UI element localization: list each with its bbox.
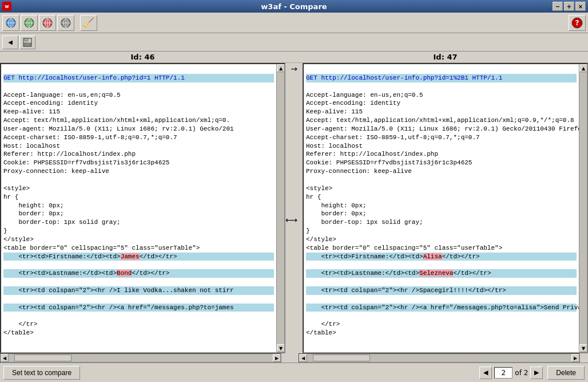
- arrow-left1: ←: [285, 215, 292, 225]
- nav-left-button[interactable]: ◀: [2, 36, 18, 49]
- page-number: 2: [494, 367, 512, 379]
- right-line-9: Cookie: PHPSESSID=rf7vdbsjist7is3j6r1c3p…: [306, 159, 472, 166]
- left-hscroll[interactable]: ◀ ▶: [0, 353, 281, 363]
- right-line-3: Keep-alive: 115: [306, 108, 363, 115]
- of-text: of 2: [515, 369, 528, 377]
- titlebar: w w3af - Compare − + ×: [0, 0, 588, 13]
- left-hscroll-track: [9, 354, 273, 362]
- globe1-button[interactable]: [2, 15, 19, 31]
- right-pane[interactable]: GET http://localhost/user-info.php?id=1%…: [303, 63, 588, 353]
- right-line-2: Accept-encoding: identity: [306, 100, 400, 107]
- svg-text:?: ?: [575, 19, 579, 27]
- delete-button[interactable]: Delete: [547, 366, 585, 380]
- app-icon: w: [2, 2, 11, 11]
- left-vscroll[interactable]: ▲ ▼: [276, 64, 284, 352]
- bottom-left: Set text to compare: [3, 366, 80, 380]
- left-line-19: <table border="0" cellspacing="5" class=…: [3, 245, 200, 251]
- globe2-icon: [23, 17, 35, 29]
- toolbar-left: 🧹: [2, 15, 97, 31]
- help-button[interactable]: ?: [569, 15, 586, 31]
- arrow-url: →: [285, 64, 303, 73]
- maximize-button[interactable]: +: [564, 2, 574, 11]
- svg-rect-19: [25, 38, 28, 41]
- left-line-22: <tr><td colspan="2"><hr />I like Vodka..…: [3, 286, 274, 295]
- right-hscroll-track: [307, 354, 571, 362]
- globe4-icon: [60, 17, 71, 29]
- right-hscroll-thumb: [313, 355, 370, 361]
- right-line-18: </style>: [306, 236, 336, 243]
- left-hscroll-left[interactable]: ◀: [1, 354, 9, 362]
- titlebar-title: w3af - Compare: [261, 2, 327, 11]
- right-vscroll-track: [579, 72, 587, 344]
- set-text-button[interactable]: Set text to compare: [3, 366, 80, 380]
- left-line-11: [3, 176, 7, 183]
- right-line-10: Proxy-connection: keep-alive: [306, 168, 412, 175]
- right-hscroll-left[interactable]: ◀: [299, 354, 307, 362]
- right-line-16: border-top: 1px solid gray;: [306, 219, 423, 226]
- globe2-button[interactable]: [21, 15, 38, 31]
- bottom-center: ◀ 2 of 2 ▶ Delete: [479, 366, 585, 380]
- left-line-3: Keep-alive: 115: [3, 108, 60, 115]
- left-content[interactable]: GET http://localhost/user-info.php?id=1 …: [1, 64, 276, 352]
- right-line-23: <tr><td colspan="2"><hr /><a href="/mess…: [306, 304, 577, 312]
- globe3-button[interactable]: [39, 15, 56, 31]
- right-line-17: }: [306, 227, 310, 234]
- close-button[interactable]: ×: [575, 2, 586, 11]
- broom-icon: 🧹: [83, 17, 94, 28]
- hscroll-row: ◀ ▶ ◀ ▶: [0, 353, 588, 363]
- right-content[interactable]: GET http://localhost/user-info.php?id=1%…: [304, 64, 579, 352]
- right-vscroll-down[interactable]: ▼: [579, 344, 587, 352]
- right-line-4: Accept: text/html,application/xhtml+xml,…: [306, 117, 574, 124]
- left-line-1: Accept-language: en-us,en;q=0.5: [3, 92, 121, 99]
- right-hscroll[interactable]: ◀ ▶: [299, 353, 580, 363]
- left-line-18: </style>: [3, 236, 34, 243]
- minimize-button[interactable]: −: [553, 2, 563, 11]
- left-line-20: <tr><td>Firstname:</td><td>James</td></t…: [3, 253, 274, 261]
- arrow-column: → → ←: [285, 63, 303, 353]
- left-line-16: border-top: 1px solid gray;: [3, 219, 121, 226]
- compare-headers: Id: 46 Id: 47: [0, 52, 588, 63]
- left-line-9: Cookie: PHPSESSID=rf7vdbsjist7is3j6r1c3p…: [3, 159, 169, 166]
- prev-page-button[interactable]: ◀: [479, 367, 492, 379]
- left-pane[interactable]: GET http://localhost/user-info.php?id=1 …: [0, 63, 285, 353]
- left-line-6: Accept-charset: ISO-8859-1,utf-8;q=0.7,*…: [3, 134, 177, 141]
- left-line-25: </table>: [3, 329, 34, 336]
- left-line-23: <tr><td colspan="2"><hr /><a href="/mess…: [3, 304, 274, 312]
- next-page-button[interactable]: ▶: [530, 367, 543, 379]
- right-line-7: Host: localhost: [306, 143, 363, 149]
- right-line-0: GET http://localhost/user-info.php?id=1%…: [306, 74, 577, 82]
- left-vscroll-down[interactable]: ▼: [277, 344, 285, 352]
- left-hscroll-right[interactable]: ▶: [273, 354, 281, 362]
- right-hscroll-right[interactable]: ▶: [571, 354, 579, 362]
- left-line-4: Accept: text/html,application/xhtml+xml,…: [3, 117, 230, 124]
- arrow-left-icon: ←: [285, 215, 292, 225]
- globe4-button[interactable]: [57, 15, 74, 31]
- left-header: Id: 46: [0, 53, 285, 61]
- right-vscroll[interactable]: ▲ ▼: [579, 64, 587, 352]
- left-line-17: }: [3, 227, 7, 234]
- help-icon: ?: [571, 17, 583, 29]
- right-vscroll-up[interactable]: ▲: [579, 64, 587, 72]
- left-line-24: </tr>: [3, 321, 37, 328]
- right-line-22: <tr><td colspan="2"><hr />Spacegirl!!!!<…: [306, 286, 577, 295]
- right-line-20: <tr><td>Firstname:</td><td>Alisa</td></t…: [306, 253, 577, 261]
- nav-toolbar: ◀: [0, 33, 588, 52]
- header-divider: [285, 53, 303, 61]
- clear-button[interactable]: 🧹: [80, 15, 97, 31]
- nav-left-icon: ◀: [8, 39, 13, 45]
- panes-container: GET http://localhost/user-info.php?id=1 …: [0, 63, 588, 353]
- right-header: Id: 47: [303, 53, 588, 61]
- right-line-8: Referer: http://localhost/index.php: [306, 151, 438, 157]
- left-line-8: Referer: http://localhost/index.php: [3, 151, 136, 157]
- left-line-5: User-agent: Mozilla/5.0 (X11; Linux i686…: [3, 125, 234, 132]
- arrow-right-icon: →: [291, 64, 297, 73]
- left-line-21: <tr><td>Lastname:</td><td>Bond</td></tr>: [3, 269, 274, 278]
- titlebar-controls: − + ×: [553, 2, 586, 11]
- hscroll-right-spacer: [580, 353, 588, 363]
- left-vscroll-up[interactable]: ▲: [277, 64, 285, 72]
- right-line-1: Accept-language: en-us,en;q=0.5: [306, 92, 423, 99]
- left-line-0: GET http://localhost/user-info.php?id=1 …: [3, 74, 274, 82]
- nav-save-button[interactable]: [19, 36, 35, 49]
- globe3-icon: [42, 17, 53, 29]
- toolbar-right: ?: [569, 15, 586, 31]
